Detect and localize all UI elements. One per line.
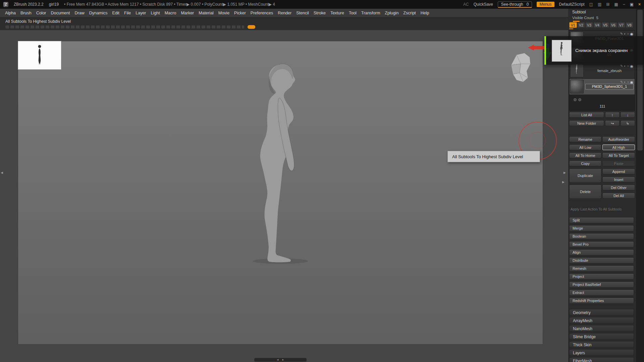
polypaint-icon[interactable]: ◐ [624, 32, 626, 36]
quicksave-button[interactable]: QuickSave [474, 2, 493, 7]
menu-color[interactable]: Color [34, 10, 49, 16]
menu-layer[interactable]: Layer [133, 10, 148, 16]
autoreorder-button[interactable]: AutoReorder [602, 136, 635, 142]
menu-zscript[interactable]: Zscript [401, 10, 418, 16]
camera-head-widget[interactable] [507, 51, 532, 85]
menu-light[interactable]: Light [149, 10, 162, 16]
palette-layers[interactable]: Layers [569, 349, 634, 356]
right-divider-arrow-icon[interactable]: ▶ [564, 171, 566, 174]
move-into-folder-button[interactable]: ↪ [605, 120, 620, 126]
tab-v3[interactable]: V3 [585, 22, 593, 28]
append-button[interactable]: Append [602, 169, 635, 174]
subtool-row-female-zbrush[interactable]: female_zbrush ✎ ◐ ○ ◉ [570, 63, 635, 79]
tab-v8[interactable]: V8 [626, 22, 633, 28]
list-all-button[interactable]: List All [569, 112, 604, 118]
tab-v7[interactable]: V7 [618, 22, 625, 28]
menu-dynamics[interactable]: Dynamics [87, 10, 110, 16]
palette-arraymesh[interactable]: ArrayMesh [569, 317, 634, 324]
del-other-button[interactable]: Del Other [602, 185, 635, 190]
copy-button[interactable]: Copy [569, 161, 601, 166]
tab-v1[interactable]: V1 [569, 22, 577, 28]
move-down-button[interactable]: ↓ [621, 112, 635, 118]
scroll-right-icon[interactable]: ► [282, 358, 284, 362]
all-to-home-button[interactable]: All To Home [569, 153, 601, 158]
project-basrelief-button[interactable]: Project BasRelief [569, 282, 634, 288]
menu-material[interactable]: Material [196, 10, 216, 16]
new-folder-button[interactable]: New Folder [569, 120, 604, 126]
layout-left-icon[interactable]: ◫ [589, 2, 593, 7]
menu-render[interactable]: Render [275, 10, 294, 16]
bevel-pro-button[interactable]: Bevel Pro [569, 241, 634, 247]
menu-macro[interactable]: Macro [162, 10, 179, 16]
uv-icon[interactable]: ○ [627, 80, 629, 84]
align-button[interactable]: Align [569, 249, 634, 255]
visible-count[interactable]: Visible Count 5 [572, 16, 598, 20]
document-canvas[interactable] [18, 41, 543, 345]
palette-fibermesh[interactable]: FiberMesh [569, 357, 634, 362]
extract-button[interactable]: Extract [569, 290, 634, 296]
rename-button[interactable]: Rename [569, 136, 601, 142]
merge-button[interactable]: Merge [569, 225, 634, 231]
all-to-target-button[interactable]: All To Target [602, 153, 635, 158]
list-nav-dot[interactable] [578, 98, 581, 101]
menu-document[interactable]: Document [49, 10, 72, 16]
uv-icon[interactable]: ○ [627, 32, 629, 36]
menu-alpha[interactable]: Alpha [3, 10, 18, 16]
menu-zplugin[interactable]: Zplugin [382, 10, 401, 16]
layout-add-icon[interactable]: ⊞ [606, 2, 609, 7]
canvas-scrollbar[interactable]: ◄ ► [254, 358, 307, 362]
palette-geometry[interactable]: Geometry [569, 309, 634, 316]
delete-button[interactable]: Delete [569, 185, 601, 199]
tab-v6[interactable]: V6 [609, 22, 617, 28]
menu-movie[interactable]: Movie [216, 10, 232, 16]
palette-thick-skin[interactable]: Thick Skin [569, 341, 634, 348]
tab-v4[interactable]: V4 [593, 22, 601, 28]
menu-picker[interactable]: Picker [232, 10, 248, 16]
panel-scrollbar-thumb[interactable] [637, 10, 643, 150]
redshift-properties-button[interactable]: Redshift Properties [569, 298, 634, 304]
del-all-button[interactable]: Del All [602, 193, 635, 198]
menu-preferences[interactable]: Preferences [248, 10, 275, 16]
polypaint-icon[interactable]: ◐ [624, 80, 626, 84]
brush-icon[interactable]: ✎ [620, 32, 623, 36]
distribute-button[interactable]: Distribute [569, 257, 634, 263]
menu-tool[interactable]: Tool [346, 10, 359, 16]
move-up-button[interactable]: ↑ [605, 112, 620, 118]
duplicate-button[interactable]: Duplicate [569, 169, 601, 183]
all-high-button[interactable]: All High [602, 144, 635, 150]
left-divider-arrow-icon[interactable]: ◀ [1, 171, 3, 174]
eye-icon[interactable]: ◉ [630, 32, 633, 36]
insert-button[interactable]: Insert [602, 177, 635, 182]
eye-icon[interactable]: ◉ [630, 80, 633, 84]
menu-stroke[interactable]: Stroke [311, 10, 328, 16]
brush-icon[interactable]: ✎ [620, 80, 623, 84]
split-button[interactable]: Split [569, 217, 634, 223]
boolean-button[interactable]: Boolean [569, 233, 634, 239]
subtool-thumbnail[interactable] [570, 64, 584, 77]
right-divider-arrow-icon-2[interactable]: ▶ [562, 180, 565, 184]
project-button[interactable]: Project [569, 274, 634, 280]
tray-active-slot[interactable] [248, 25, 255, 29]
menus-button[interactable]: Menus [537, 2, 554, 7]
see-through-slider[interactable]: See-through 0 [498, 1, 532, 8]
remesh-button[interactable]: Remesh [569, 265, 634, 272]
layout-grid-icon[interactable]: ▦ [614, 2, 618, 7]
menu-draw[interactable]: Draw [72, 10, 87, 16]
menu-marker[interactable]: Marker [178, 10, 196, 16]
default-zscript-button[interactable]: DefaultZScript [559, 2, 585, 7]
restore-button[interactable]: ▣ [630, 2, 634, 7]
panel-title[interactable]: Subtool [572, 10, 586, 14]
tab-v5[interactable]: V5 [601, 22, 609, 28]
tab-v2[interactable]: V2 [577, 22, 585, 28]
menu-transform[interactable]: Transform [359, 10, 383, 16]
move-out-folder-button[interactable]: ↳ [621, 120, 635, 126]
menu-stencil[interactable]: Stencil [294, 10, 311, 16]
custom-ui-tray[interactable] [5, 25, 244, 28]
viewport[interactable]: All Subtools To Highest Subdiv Level ◀ ▶… [0, 30, 568, 362]
close-button[interactable]: × [638, 2, 641, 7]
list-nav-dot[interactable] [574, 98, 577, 101]
menu-file[interactable]: File [122, 10, 133, 16]
palette-nanomesh[interactable]: NanoMesh [569, 325, 634, 332]
menu-texture[interactable]: Texture [328, 10, 346, 16]
subtool-thumbnail[interactable] [570, 80, 584, 94]
